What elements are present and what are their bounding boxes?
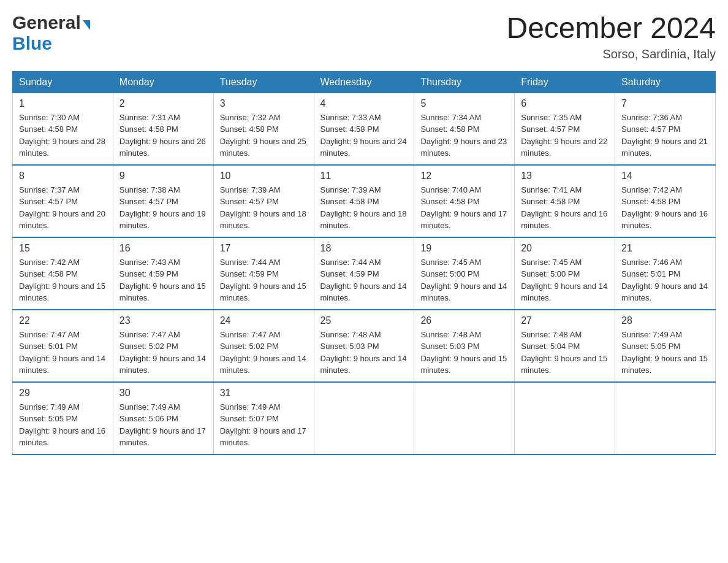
calendar-cell: 13Sunrise: 7:41 AMSunset: 4:58 PMDayligh… <box>515 165 615 237</box>
calendar-cell: 1Sunrise: 7:30 AMSunset: 4:58 PMDaylight… <box>13 93 113 165</box>
calendar-cell: 8Sunrise: 7:37 AMSunset: 4:57 PMDaylight… <box>13 165 113 237</box>
day-info: Sunrise: 7:45 AMSunset: 5:00 PMDaylight:… <box>420 256 508 304</box>
day-number: 30 <box>119 388 207 399</box>
day-number: 22 <box>19 315 107 326</box>
day-number: 6 <box>521 98 609 109</box>
calendar-cell: 9Sunrise: 7:38 AMSunset: 4:57 PMDaylight… <box>113 165 213 237</box>
day-number: 9 <box>119 170 207 182</box>
col-saturday: Saturday <box>615 71 716 93</box>
day-info: Sunrise: 7:40 AMSunset: 4:58 PMDaylight:… <box>420 184 508 232</box>
day-number: 18 <box>320 243 408 254</box>
day-number: 21 <box>621 243 709 254</box>
col-thursday: Thursday <box>414 71 515 93</box>
day-info: Sunrise: 7:47 AMSunset: 5:01 PMDaylight:… <box>19 329 107 377</box>
calendar-table: Sunday Monday Tuesday Wednesday Thursday… <box>12 71 716 455</box>
day-number: 7 <box>621 98 709 109</box>
calendar-cell: 28Sunrise: 7:49 AMSunset: 5:05 PMDayligh… <box>615 310 716 382</box>
calendar-cell: 24Sunrise: 7:47 AMSunset: 5:02 PMDayligh… <box>213 310 314 382</box>
month-title: December 2024 <box>506 12 716 45</box>
day-number: 8 <box>19 170 107 182</box>
calendar-cell <box>414 382 515 454</box>
calendar-header: Sunday Monday Tuesday Wednesday Thursday… <box>13 71 716 93</box>
day-info: Sunrise: 7:30 AMSunset: 4:58 PMDaylight:… <box>19 112 107 159</box>
day-info: Sunrise: 7:42 AMSunset: 4:58 PMDaylight:… <box>19 256 107 304</box>
location-subtitle: Sorso, Sardinia, Italy <box>506 47 716 61</box>
calendar-cell: 20Sunrise: 7:45 AMSunset: 5:00 PMDayligh… <box>515 237 615 310</box>
day-info: Sunrise: 7:49 AMSunset: 5:05 PMDaylight:… <box>621 329 709 377</box>
day-number: 13 <box>521 170 609 182</box>
calendar-cell: 25Sunrise: 7:48 AMSunset: 5:03 PMDayligh… <box>314 310 414 382</box>
title-block: December 2024 Sorso, Sardinia, Italy <box>506 12 716 61</box>
day-number: 5 <box>420 98 508 109</box>
day-number: 12 <box>420 170 508 182</box>
day-info: Sunrise: 7:43 AMSunset: 4:59 PMDaylight:… <box>119 256 207 304</box>
day-info: Sunrise: 7:34 AMSunset: 4:58 PMDaylight:… <box>420 112 508 159</box>
day-info: Sunrise: 7:45 AMSunset: 5:00 PMDaylight:… <box>521 256 609 304</box>
day-number: 19 <box>420 243 508 254</box>
day-info: Sunrise: 7:38 AMSunset: 4:57 PMDaylight:… <box>119 184 207 232</box>
calendar-cell: 29Sunrise: 7:49 AMSunset: 5:05 PMDayligh… <box>13 382 113 454</box>
calendar-cell <box>515 382 615 454</box>
calendar-cell: 15Sunrise: 7:42 AMSunset: 4:58 PMDayligh… <box>13 237 113 310</box>
day-info: Sunrise: 7:35 AMSunset: 4:57 PMDaylight:… <box>521 112 609 159</box>
day-info: Sunrise: 7:42 AMSunset: 4:58 PMDaylight:… <box>621 184 709 232</box>
calendar-cell: 21Sunrise: 7:46 AMSunset: 5:01 PMDayligh… <box>615 237 716 310</box>
day-number: 25 <box>320 315 408 326</box>
day-number: 10 <box>220 170 308 182</box>
calendar-cell: 2Sunrise: 7:31 AMSunset: 4:58 PMDaylight… <box>113 93 213 165</box>
day-info: Sunrise: 7:48 AMSunset: 5:03 PMDaylight:… <box>420 329 508 377</box>
day-number: 11 <box>320 170 408 182</box>
day-number: 17 <box>220 243 308 254</box>
day-number: 2 <box>119 98 207 109</box>
day-info: Sunrise: 7:48 AMSunset: 5:04 PMDaylight:… <box>521 329 609 377</box>
calendar-week-row: 29Sunrise: 7:49 AMSunset: 5:05 PMDayligh… <box>13 382 716 454</box>
day-number: 23 <box>119 315 207 326</box>
col-monday: Monday <box>113 71 213 93</box>
day-number: 24 <box>220 315 308 326</box>
day-info: Sunrise: 7:39 AMSunset: 4:57 PMDaylight:… <box>220 184 308 232</box>
calendar-cell: 27Sunrise: 7:48 AMSunset: 5:04 PMDayligh… <box>515 310 615 382</box>
day-info: Sunrise: 7:49 AMSunset: 5:06 PMDaylight:… <box>119 401 207 449</box>
day-number: 20 <box>521 243 609 254</box>
calendar-week-row: 8Sunrise: 7:37 AMSunset: 4:57 PMDaylight… <box>13 165 716 237</box>
header-row: Sunday Monday Tuesday Wednesday Thursday… <box>13 71 716 93</box>
col-tuesday: Tuesday <box>213 71 314 93</box>
day-number: 31 <box>220 388 308 399</box>
calendar-cell: 7Sunrise: 7:36 AMSunset: 4:57 PMDaylight… <box>615 93 716 165</box>
day-info: Sunrise: 7:31 AMSunset: 4:58 PMDaylight:… <box>119 112 207 159</box>
day-info: Sunrise: 7:39 AMSunset: 4:58 PMDaylight:… <box>320 184 408 232</box>
logo-general-text: General <box>12 12 81 33</box>
calendar-cell: 19Sunrise: 7:45 AMSunset: 5:00 PMDayligh… <box>414 237 515 310</box>
day-info: Sunrise: 7:47 AMSunset: 5:02 PMDaylight:… <box>220 329 308 377</box>
day-number: 3 <box>220 98 308 109</box>
day-number: 27 <box>521 315 609 326</box>
day-info: Sunrise: 7:37 AMSunset: 4:57 PMDaylight:… <box>19 184 107 232</box>
day-info: Sunrise: 7:47 AMSunset: 5:02 PMDaylight:… <box>119 329 207 377</box>
calendar-cell: 4Sunrise: 7:33 AMSunset: 4:58 PMDaylight… <box>314 93 414 165</box>
calendar-cell: 17Sunrise: 7:44 AMSunset: 4:59 PMDayligh… <box>213 237 314 310</box>
day-info: Sunrise: 7:32 AMSunset: 4:58 PMDaylight:… <box>220 112 308 159</box>
day-info: Sunrise: 7:49 AMSunset: 5:07 PMDaylight:… <box>220 401 308 449</box>
day-number: 16 <box>119 243 207 254</box>
day-info: Sunrise: 7:36 AMSunset: 4:57 PMDaylight:… <box>621 112 709 159</box>
calendar-week-row: 1Sunrise: 7:30 AMSunset: 4:58 PMDaylight… <box>13 93 716 165</box>
day-number: 4 <box>320 98 408 109</box>
calendar-cell: 23Sunrise: 7:47 AMSunset: 5:02 PMDayligh… <box>113 310 213 382</box>
calendar-cell: 6Sunrise: 7:35 AMSunset: 4:57 PMDaylight… <box>515 93 615 165</box>
calendar-cell: 30Sunrise: 7:49 AMSunset: 5:06 PMDayligh… <box>113 382 213 454</box>
calendar-week-row: 15Sunrise: 7:42 AMSunset: 4:58 PMDayligh… <box>13 237 716 310</box>
calendar-cell: 5Sunrise: 7:34 AMSunset: 4:58 PMDaylight… <box>414 93 515 165</box>
calendar-cell <box>615 382 716 454</box>
col-friday: Friday <box>515 71 615 93</box>
calendar-body: 1Sunrise: 7:30 AMSunset: 4:58 PMDaylight… <box>13 93 716 454</box>
day-info: Sunrise: 7:48 AMSunset: 5:03 PMDaylight:… <box>320 329 408 377</box>
day-number: 15 <box>19 243 107 254</box>
day-info: Sunrise: 7:41 AMSunset: 4:58 PMDaylight:… <box>521 184 609 232</box>
calendar-cell: 18Sunrise: 7:44 AMSunset: 4:59 PMDayligh… <box>314 237 414 310</box>
calendar-week-row: 22Sunrise: 7:47 AMSunset: 5:01 PMDayligh… <box>13 310 716 382</box>
calendar-cell: 10Sunrise: 7:39 AMSunset: 4:57 PMDayligh… <box>213 165 314 237</box>
calendar-cell: 22Sunrise: 7:47 AMSunset: 5:01 PMDayligh… <box>13 310 113 382</box>
calendar-cell: 31Sunrise: 7:49 AMSunset: 5:07 PMDayligh… <box>213 382 314 454</box>
day-info: Sunrise: 7:46 AMSunset: 5:01 PMDaylight:… <box>621 256 709 304</box>
day-number: 14 <box>621 170 709 182</box>
